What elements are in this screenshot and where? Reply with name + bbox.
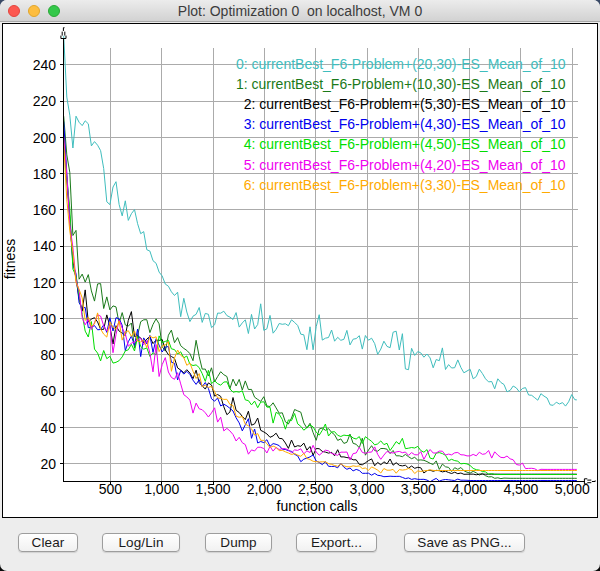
svg-text:function calls: function calls [277,498,358,514]
svg-text:1: currentBest_F6-Problem+(10,: 1: currentBest_F6-Problem+(10,30)-ES_Mea… [236,76,566,92]
svg-text:80: 80 [40,347,56,363]
svg-text:20: 20 [40,456,56,472]
svg-text:6: currentBest_F6-Problem+(3,3: 6: currentBest_F6-Problem+(3,30)-ES_Mean… [244,177,566,193]
svg-text:0: currentBest_F6-Problem+(20,: 0: currentBest_F6-Problem+(20,30)-ES_Mea… [236,56,566,72]
svg-text:120: 120 [33,275,57,291]
svg-text:160: 160 [33,202,57,218]
svg-text:40: 40 [40,420,56,436]
svg-text:240: 240 [33,57,57,73]
svg-text:60: 60 [40,383,56,399]
svg-text:2: currentBest_F6-Problem+(5,3: 2: currentBest_F6-Problem+(5,30)-ES_Mean… [244,96,566,112]
svg-text:100: 100 [33,311,57,327]
svg-text:3: currentBest_F6-Problem+(4,3: 3: currentBest_F6-Problem+(4,30)-ES_Mean… [244,116,566,132]
svg-text:4: currentBest_F6-Problem+(4,5: 4: currentBest_F6-Problem+(4,50)-ES_Mean… [244,136,566,152]
svg-text:200: 200 [33,130,57,146]
svg-text:5: currentBest_F6-Problem+(4,2: 5: currentBest_F6-Problem+(4,20)-ES_Mean… [244,157,566,173]
svg-text:220: 220 [33,93,57,109]
svg-text:fitness: fitness [2,239,18,279]
svg-text:140: 140 [33,238,57,254]
svg-text:180: 180 [33,166,57,182]
